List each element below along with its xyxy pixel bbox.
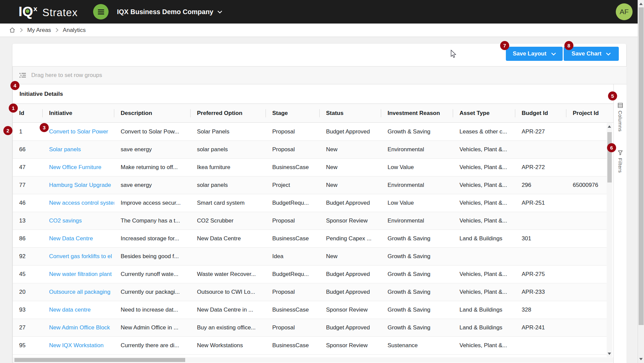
cell-stage: Idea: [266, 248, 320, 265]
scroll-down-icon[interactable]: [608, 353, 611, 355]
column-header-stage[interactable]: Stage: [266, 104, 320, 122]
cell-investment-reason: Environmental: [381, 141, 453, 158]
cell-investment-reason: Growth & Saving: [381, 230, 453, 247]
cell-id: 95: [13, 337, 43, 354]
initiative-link[interactable]: CO2 savings: [43, 212, 114, 230]
initiative-link[interactable]: New access control system: [43, 194, 114, 212]
table-row[interactable]: 95New IQX WorkstationCurrently there are…: [13, 337, 607, 355]
cell-stage: Proposal: [266, 283, 320, 301]
cell-status: Pending Capex ...: [320, 230, 381, 247]
cell-budget-id: APR-251: [515, 194, 566, 212]
cell-stage: Proposal: [266, 141, 320, 158]
annotation-badge-3: 3: [40, 123, 49, 132]
cell-asset-type: Vehicles, Plant &...: [453, 283, 515, 301]
column-header-preferred-option[interactable]: Preferred Option: [191, 104, 266, 122]
cell-status: Sponsor Review: [320, 337, 381, 354]
cell-stage: BusinessCase: [266, 301, 320, 319]
scroll-up-icon[interactable]: [639, 3, 643, 5]
page-scroll-thumb[interactable]: [639, 7, 644, 325]
initiative-link[interactable]: New Data Centre: [43, 230, 114, 247]
initiative-link[interactable]: Convert gas forklifts to el: [43, 248, 114, 265]
avatar[interactable]: AF: [616, 3, 633, 20]
cell-status: Budget Approved: [320, 319, 381, 336]
table-row[interactable]: 45New water filtration plantCurrently ru…: [13, 266, 607, 283]
cell-asset-type: Vehicles, Plant &...: [453, 176, 515, 194]
vertical-scroll-thumb[interactable]: [607, 132, 612, 183]
cell-stage: Proposal: [266, 123, 320, 140]
table-row[interactable]: 77Hamburg Solar Upgradesave energysolar …: [13, 176, 607, 194]
column-header-status[interactable]: Status: [320, 104, 381, 122]
row-group-icon: [19, 73, 26, 78]
table-row[interactable]: 92Convert gas forklifts to elBesides bei…: [13, 248, 607, 266]
table-row[interactable]: 1Convert to Solar PowerConvert to Solar …: [13, 123, 607, 141]
row-group-drop-zone[interactable]: Drag here to set row groups: [13, 66, 627, 84]
annotation-badge-4: 4: [10, 81, 19, 90]
initiative-link[interactable]: New Office Furniture: [43, 159, 114, 176]
cell-budget-id: 328: [515, 301, 566, 319]
menu-icon[interactable]: [93, 4, 109, 19]
column-header-asset-type[interactable]: Asset Type: [453, 104, 515, 122]
cell-status: Budget Approved: [320, 123, 381, 140]
cell-project-id: 65000976: [566, 176, 607, 194]
initiative-link[interactable]: New data centre: [43, 301, 114, 319]
column-header-budget-id[interactable]: Budget Id: [515, 104, 566, 122]
breadcrumb-my-areas[interactable]: My Areas: [27, 27, 51, 34]
column-header-initiative[interactable]: Initiative: [43, 104, 114, 122]
table-row[interactable]: 47New Office FurnitureMake returning to …: [13, 159, 607, 176]
data-grid: Drag here to set row groups Initiative D…: [12, 66, 626, 363]
logo-green-dot-icon: [26, 9, 30, 13]
table-row[interactable]: 66Solar panelssave energysolar panelsPro…: [13, 141, 607, 159]
columns-icon: [618, 103, 623, 108]
horizontal-scroll-thumb[interactable]: [14, 358, 185, 362]
annotation-badge-6: 6: [607, 143, 616, 152]
save-layout-button[interactable]: Save Layout: [506, 47, 563, 61]
initiative-link[interactable]: Convert to Solar Power: [43, 123, 114, 140]
scroll-down-icon[interactable]: [639, 358, 643, 360]
cell-description: Increased storage for...: [114, 230, 191, 247]
tab-filters[interactable]: Filters: [614, 150, 627, 173]
cell-project-id: [566, 319, 607, 336]
table-row[interactable]: 86New Data CentreIncreased storage for..…: [13, 230, 607, 248]
cell-preferred-option: CO2 Scrubber: [191, 212, 266, 230]
cell-status: New: [320, 141, 381, 158]
cell-stage: BudgetRequ...: [266, 266, 320, 283]
cell-preferred-option: Outsource to CWI Lo...: [191, 283, 266, 301]
row-group-hint: Drag here to set row groups: [31, 72, 102, 79]
table-row[interactable]: 46New access control systemImprove acces…: [13, 194, 607, 212]
scroll-up-icon[interactable]: [608, 125, 611, 128]
cell-budget-id: [515, 141, 566, 158]
initiative-link[interactable]: Hamburg Solar Upgrade: [43, 176, 114, 194]
column-header-project-id[interactable]: Project Id: [566, 104, 607, 122]
breadcrumb-analytics[interactable]: Analytics: [63, 27, 86, 34]
initiative-link[interactable]: New Admin Office Block: [43, 319, 114, 336]
company-selector[interactable]: IQX Business Demo Company: [117, 0, 222, 24]
chevron-down-icon[interactable]: [551, 52, 556, 55]
cell-preferred-option: New Data Centre in ...: [191, 301, 266, 319]
cell-project-id: [566, 194, 607, 212]
cell-description: Besides being good f...: [114, 248, 191, 265]
initiative-link[interactable]: New IQX Workstation: [43, 337, 114, 354]
initiative-link[interactable]: Outsource all packaging: [43, 283, 114, 301]
cell-id: 92: [13, 248, 43, 265]
grid-horizontal-scrollbar[interactable]: [13, 357, 613, 363]
cell-budget-id: APR-275: [515, 266, 566, 283]
home-icon[interactable]: [9, 27, 15, 33]
initiative-link[interactable]: Solar panels: [43, 141, 114, 158]
cell-id: 47: [13, 159, 43, 176]
cell-stage: BusinessCase: [266, 230, 320, 247]
company-name: IQX Business Demo Company: [117, 8, 213, 16]
tab-columns[interactable]: Columns: [614, 103, 627, 132]
cell-project-id: [566, 141, 607, 158]
page-scrollbar[interactable]: [638, 0, 644, 363]
table-row[interactable]: 20Outsource all packagingCurrently our p…: [13, 283, 607, 301]
grid-vertical-scrollbar[interactable]: [607, 123, 612, 357]
initiative-link[interactable]: New water filtration plant: [43, 266, 114, 283]
cell-investment-reason: Growth & Saving: [381, 319, 453, 336]
column-header-investment-reason[interactable]: Investment Reason: [381, 104, 453, 122]
table-row[interactable]: 27New Admin Office BlockNew Admin Office…: [13, 319, 607, 337]
table-row[interactable]: 93New data centreNeed to increase dat...…: [13, 301, 607, 319]
chevron-down-icon[interactable]: [606, 52, 611, 55]
table-row[interactable]: 13CO2 savingsThe Company has a t...CO2 S…: [13, 212, 607, 230]
cell-description: Improve access secur...: [114, 194, 191, 212]
column-header-description[interactable]: Description: [114, 104, 191, 122]
